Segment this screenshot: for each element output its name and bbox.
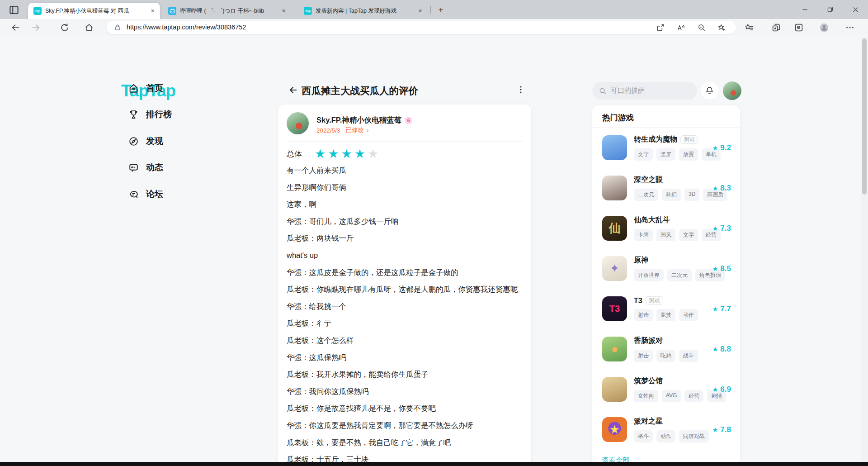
browser-titlebar: Tap Sky.FP.神精小伙电稽蓝莓 对 西瓜 × 哔哩哔哩 ( ゜- ゜)つ… [0, 0, 868, 19]
lock-icon[interactable] [114, 24, 122, 31]
ie-mode-icon[interactable] [794, 23, 804, 33]
review-line: 瓜老板：彳亍 [287, 315, 523, 332]
game-tag[interactable]: 文字 [634, 148, 653, 161]
game-tag[interactable]: AVG [662, 390, 681, 402]
user-level-badge: 6 [405, 117, 412, 124]
game-tag[interactable]: 二次元 [634, 189, 658, 201]
bilibili-favicon-icon [168, 7, 176, 15]
game-tag[interactable]: 女性向 [634, 390, 658, 402]
game-tag[interactable]: 吃鸡 [656, 350, 675, 362]
game-row[interactable]: 仙 仙岛大乱斗 卡牌国风文字经营 ★ 7.3 [592, 208, 740, 248]
address-bar[interactable]: https://www.taptap.com/review/30836752 [107, 21, 736, 34]
browser-tab-active[interactable]: Tap Sky.FP.神精小伙电稽蓝莓 对 西瓜 × [28, 3, 160, 19]
url-text[interactable]: https://www.taptap.com/review/30836752 [127, 24, 246, 31]
game-tag[interactable]: 开放世界 [634, 269, 664, 281]
star-icon: ★ [712, 265, 718, 272]
sidebar-item-ranking[interactable]: 排行榜 [128, 106, 172, 123]
tab-close-icon[interactable]: × [280, 7, 288, 15]
game-tag[interactable]: 科幻 [662, 189, 681, 201]
game-row[interactable]: 深空之眼 二次元科幻3D高画质 ★ 8.3 [592, 168, 740, 208]
game-tag[interactable]: 战斗 [679, 350, 698, 362]
close-button[interactable] [843, 0, 868, 19]
kebab-menu-icon[interactable] [516, 85, 526, 95]
game-name: 原神 [634, 256, 648, 265]
browser-tab[interactable]: 哔哩哔哩 ( ゜- ゜)つロ 干杯~-bilib × [163, 3, 291, 19]
new-tab-button[interactable]: + [435, 4, 447, 16]
game-row[interactable]: ★ 派对之星 格斗动作同屏对战 ★ 7.8 [592, 409, 740, 450]
game-name: 转生成为魔物 [634, 135, 677, 144]
game-tag[interactable]: 3D [684, 189, 699, 201]
page-back-icon[interactable] [288, 85, 299, 95]
game-tag[interactable]: 射击 [634, 309, 653, 321]
sidebar-item-label: 动态 [146, 162, 163, 173]
game-tags: 射击吃鸡战斗 [634, 350, 698, 362]
collections-icon[interactable] [771, 23, 781, 33]
tab-actions-icon[interactable] [8, 4, 20, 15]
game-tag[interactable]: 文字 [679, 229, 698, 241]
game-tags: 文字竖屏放置单机 [634, 148, 721, 161]
hot-games-title: 热门游戏 [592, 105, 740, 128]
game-tag[interactable]: 动作 [679, 309, 698, 321]
refresh-icon[interactable] [60, 23, 70, 33]
share-icon[interactable] [656, 23, 665, 32]
game-tag[interactable]: 竞技 [656, 309, 675, 321]
tab-close-icon[interactable]: × [416, 7, 424, 15]
game-tag[interactable]: 卡牌 [634, 229, 653, 241]
settings-more-icon[interactable] [845, 23, 855, 33]
notifications-button[interactable] [701, 82, 718, 100]
game-row[interactable]: T3 T3 测试 射击竞技动作 ★ 7.7 [592, 289, 740, 329]
page-scrollbar[interactable] [861, 37, 868, 462]
game-rating: ★ 8.5 [712, 264, 731, 273]
forward-icon[interactable] [31, 23, 41, 33]
game-tag[interactable]: 射击 [634, 350, 653, 362]
game-tag[interactable]: 放置 [679, 148, 698, 161]
review-line: 华强：我问你这瓜保熟吗 [287, 383, 523, 400]
sidebar-item-moments[interactable]: 动态 [128, 159, 163, 176]
minimize-button[interactable] [792, 0, 817, 19]
sidebar-item-label: 排行榜 [146, 109, 172, 120]
game-tag[interactable]: 竖屏 [656, 148, 675, 161]
game-tag[interactable]: 经营 [684, 390, 703, 402]
search-input[interactable]: 可口的披萨 [592, 82, 697, 100]
game-icon: ✦ [602, 256, 627, 281]
browser-tab[interactable]: Tap 发表新内容 | TapTap 发现好游戏 × [298, 3, 428, 19]
restore-button[interactable] [817, 0, 843, 19]
game-tag[interactable]: 格斗 [634, 430, 653, 442]
game-row[interactable]: 筑梦公馆 女性向AVG经营剧情 ★ 6.9 [592, 369, 740, 409]
game-row[interactable]: ✦ 原神 开放世界二次元角色扮演 ★ 8.5 [592, 248, 740, 289]
user-avatar[interactable] [723, 81, 741, 100]
sidebar-item-home[interactable]: 首页 [128, 80, 163, 96]
game-name: T3 [634, 297, 642, 305]
game-row[interactable]: ● 香肠派对 射击吃鸡战斗 ★ 8.8 [592, 329, 740, 369]
game-tag[interactable]: 二次元 [667, 269, 692, 281]
game-row[interactable]: 转生成为魔物 测试 文字竖屏放置单机 ★ 9.2 [592, 128, 740, 168]
game-icon [602, 377, 627, 402]
favorites-icon[interactable] [744, 23, 754, 33]
reviewer-username[interactable]: Sky.FP.神精小伙电稽蓝莓 [316, 115, 401, 125]
sidebar-item-forum[interactable]: 论坛 [128, 186, 163, 202]
tab-close-icon[interactable]: × [149, 7, 156, 15]
game-tag[interactable]: 动作 [656, 430, 675, 442]
chevron-right-icon[interactable]: › [367, 127, 369, 134]
review-line: 瓜老板：两块钱一斤 [287, 230, 523, 247]
game-tag[interactable]: 同屏对战 [679, 430, 709, 442]
read-aloud-icon[interactable] [676, 23, 685, 32]
game-beta-badge: 测试 [680, 135, 698, 144]
zoom-out-icon[interactable] [697, 23, 706, 32]
game-rating: ★ 7.7 [712, 304, 731, 314]
sidebar-item-discover[interactable]: 发现 [128, 133, 163, 149]
home-icon[interactable] [84, 23, 94, 33]
profile-avatar-icon[interactable] [819, 23, 829, 33]
scrollbar-thumb[interactable] [862, 38, 867, 195]
game-icon: 仙 [602, 216, 627, 241]
taptap-favicon-icon: Tap [304, 7, 312, 15]
game-tag[interactable]: 国风 [656, 229, 675, 241]
taptap-favicon-icon: Tap [33, 7, 42, 15]
search-icon [599, 87, 607, 95]
favorite-add-icon[interactable] [717, 23, 726, 32]
back-icon[interactable] [11, 23, 21, 33]
edited-label[interactable]: 已修改 [346, 126, 364, 134]
game-rating: ★ 8.8 [712, 345, 731, 354]
hot-games-list: 转生成为魔物 测试 文字竖屏放置单机 ★ 9.2 深空之眼 二次元科幻3D高画质… [592, 128, 740, 450]
reviewer-avatar[interactable] [287, 112, 309, 134]
